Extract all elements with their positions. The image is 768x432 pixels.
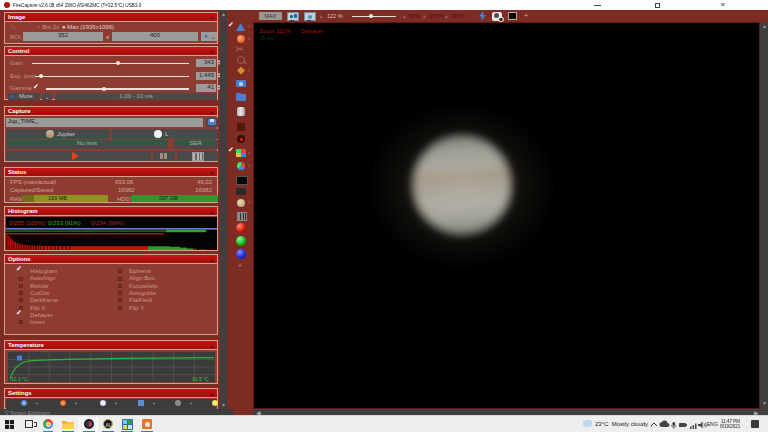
svg-text:0/255 (100%): 0/255 (100%) xyxy=(9,220,45,226)
svg-text:12.1 °C: 12.1 °C xyxy=(11,375,28,381)
svg-text:0/233 (91%): 0/233 (91%) xyxy=(48,220,81,226)
svg-text:32.5 °C: 32.5 °C xyxy=(192,375,209,381)
svg-text:0/234 (99%): 0/234 (99%) xyxy=(91,220,124,226)
